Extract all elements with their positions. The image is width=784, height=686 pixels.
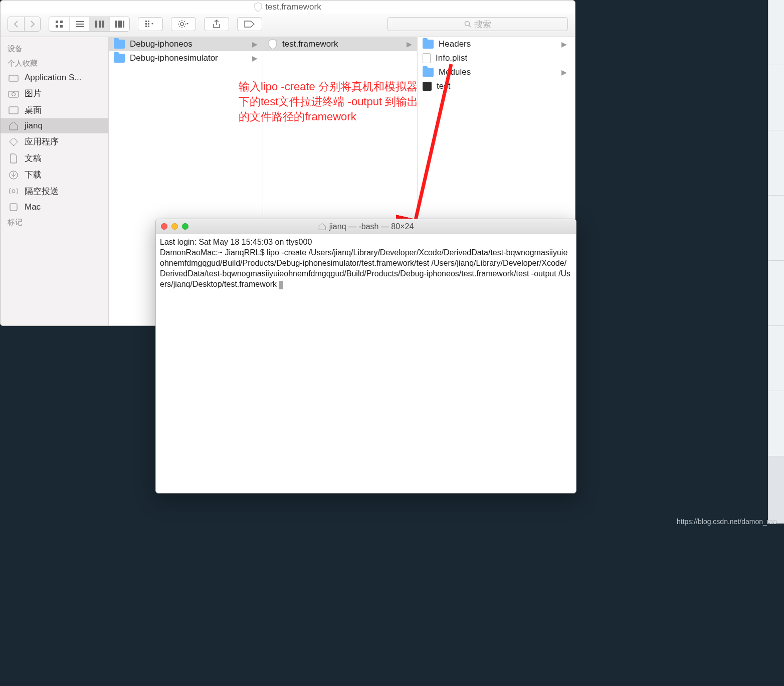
close-button[interactable]: [161, 223, 167, 230]
share-button[interactable]: [204, 17, 229, 31]
svg-rect-22: [9, 91, 19, 97]
terminal-window: jianq — -bash — 80×24 Last login: Sat Ma…: [155, 219, 576, 493]
sidebar-section-devices: 设备: [1, 41, 108, 56]
zoom-button[interactable]: [182, 223, 188, 230]
tags-button[interactable]: [237, 17, 262, 31]
minimize-button[interactable]: [171, 223, 178, 230]
svg-rect-15: [145, 26, 147, 27]
terminal-titlebar: jianq — -bash — 80×24: [156, 219, 576, 234]
svg-point-20: [465, 22, 470, 26]
file-icon: [423, 53, 431, 63]
svg-rect-10: [115, 21, 117, 28]
document-icon: [8, 153, 20, 163]
folder-icon: [423, 40, 434, 49]
sidebar-item-downloads[interactable]: 下载: [1, 166, 108, 183]
chevron-right-icon: ▶: [561, 68, 567, 76]
svg-rect-0: [56, 21, 58, 23]
grid-icon: [55, 20, 63, 28]
folder-icon: [8, 73, 20, 83]
traffic-lights: [161, 223, 188, 230]
svg-point-26: [12, 190, 15, 193]
forward-button[interactable]: [24, 17, 40, 31]
sidebar-item-airdrop[interactable]: 隔空投送: [1, 183, 108, 200]
desktop-icon: [8, 105, 20, 115]
framework-icon: [254, 3, 262, 12]
sidebar-section-tags: 标记: [1, 215, 108, 229]
sidebar-item-desktop[interactable]: 桌面: [1, 102, 108, 118]
search-icon: [464, 21, 471, 28]
action-button[interactable]: [171, 17, 196, 31]
sidebar-item-documents[interactable]: 文稿: [1, 150, 108, 166]
nav-buttons: [8, 17, 41, 32]
svg-rect-1: [60, 21, 63, 23]
camera-icon: [8, 89, 20, 99]
list-view-button[interactable]: [69, 17, 89, 31]
gear-icon: [178, 20, 189, 28]
chevron-right-icon: ▶: [407, 40, 412, 48]
svg-rect-4: [76, 21, 84, 22]
finder-toolbar: 搜索: [1, 14, 575, 37]
list-icon: [76, 21, 84, 28]
svg-rect-16: [148, 21, 149, 22]
gallery-view-button[interactable]: [109, 17, 129, 31]
icon-view-button[interactable]: [49, 17, 69, 31]
watermark: https://blog.csdn.net/damon_rao: [677, 518, 777, 526]
list-item[interactable]: Debug-iphoneos▶: [109, 37, 263, 51]
annotation-text: 输入lipo -create 分别将真机和模拟器下的test文件拉进终端 -ou…: [239, 79, 424, 124]
sidebar-item-pictures[interactable]: 图片: [1, 85, 108, 102]
svg-rect-14: [145, 23, 147, 25]
column-view-button[interactable]: [89, 17, 109, 31]
svg-rect-2: [56, 25, 58, 28]
disk-icon: [8, 202, 20, 212]
svg-rect-27: [10, 204, 17, 211]
home-icon: [8, 121, 20, 131]
gallery-icon: [115, 21, 124, 28]
svg-rect-11: [118, 21, 122, 28]
tag-icon: [244, 21, 255, 28]
chevron-right-icon: ▶: [252, 40, 258, 48]
folder-icon: [114, 54, 125, 63]
list-item[interactable]: test.framework▶: [263, 37, 417, 51]
terminal-title: jianq — -bash — 80×24: [318, 222, 414, 231]
svg-rect-3: [60, 25, 63, 28]
chevron-right-icon: ▶: [252, 54, 258, 62]
list-item[interactable]: Modules▶: [418, 65, 572, 79]
airdrop-icon: [8, 187, 20, 197]
finder-sidebar: 设备 个人收藏 Application S... 图片 桌面 jianq 应用程…: [1, 37, 109, 326]
share-icon: [213, 20, 221, 29]
sidebar-item-home[interactable]: jianq: [1, 118, 108, 133]
list-item[interactable]: test: [418, 79, 572, 93]
svg-rect-9: [102, 21, 104, 28]
svg-rect-6: [76, 26, 84, 27]
svg-rect-21: [9, 75, 18, 81]
arrange-icon: [145, 21, 155, 28]
list-item[interactable]: Info.plist: [418, 51, 572, 65]
right-panel: [768, 0, 784, 524]
svg-point-19: [180, 23, 183, 26]
terminal-body[interactable]: Last login: Sat May 18 15:45:03 on ttys0…: [156, 234, 576, 293]
chevron-right-icon: [30, 20, 35, 28]
svg-rect-12: [123, 21, 124, 28]
back-button[interactable]: [8, 17, 24, 31]
home-icon: [318, 223, 326, 231]
svg-rect-24: [9, 107, 18, 114]
search-input[interactable]: 搜索: [387, 17, 568, 31]
sidebar-item-apps[interactable]: 应用程序: [1, 133, 108, 150]
svg-rect-8: [99, 21, 101, 28]
download-icon: [8, 170, 20, 180]
list-item[interactable]: Headers▶: [418, 37, 572, 51]
cursor: [279, 281, 283, 289]
svg-rect-7: [95, 21, 97, 28]
finder-title: test.framework: [1, 1, 575, 14]
arrange-button[interactable]: [138, 17, 163, 31]
svg-rect-18: [148, 26, 149, 27]
sidebar-section-favorites: 个人收藏: [1, 56, 108, 70]
sidebar-item-applications[interactable]: Application S...: [1, 70, 108, 85]
folder-icon: [114, 40, 125, 49]
chevron-right-icon: ▶: [561, 40, 567, 48]
svg-rect-17: [148, 23, 149, 25]
sidebar-item-mac[interactable]: Mac: [1, 200, 108, 215]
view-mode-group: [49, 17, 130, 32]
list-item[interactable]: Debug-iphonesimulator▶: [109, 51, 263, 65]
folder-icon: [423, 68, 434, 77]
